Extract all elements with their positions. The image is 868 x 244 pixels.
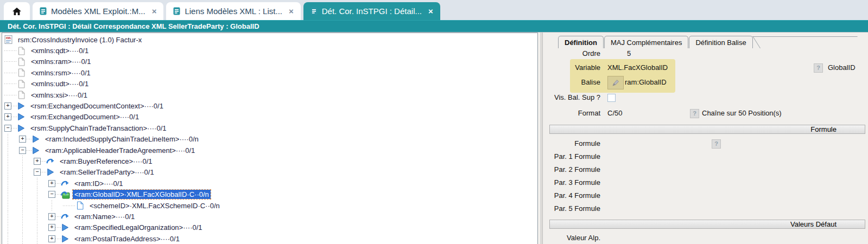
collapse-minus-icon[interactable]: − [19, 147, 26, 154]
tab-strip-edge [752, 36, 865, 48]
collapse-minus-icon[interactable]: − [34, 169, 41, 176]
formule-row-label: Par. 4 Formule [546, 191, 600, 200]
visbalsup-label: Vis. Bal. Sup ? [546, 93, 600, 102]
format-help-button[interactable]: ? [690, 109, 699, 118]
element-triangle-icon [17, 113, 27, 121]
tree-node-label[interactable]: <ram:BuyerReference>····0/1 [58, 157, 154, 166]
window-title-bar: Dét. Cor. InSTPGI : Détail Correspondanc… [0, 20, 868, 32]
tree-node: <xmlns:rsm>····0/1 [2, 67, 537, 78]
expand-plus-icon[interactable]: + [48, 235, 55, 242]
tree-connector [4, 45, 17, 56]
visbalsup-checkbox[interactable] [607, 94, 616, 102]
page-icon [17, 47, 27, 55]
panel-splitter[interactable] [538, 33, 546, 244]
tree-node-label[interactable]: <rsm:ExchangedDocument>····0/1 [29, 112, 141, 121]
page-icon [17, 57, 27, 66]
tree-node: <xmlns:xsi>····0/1 [2, 89, 537, 100]
variable-help-button[interactable]: ? [814, 63, 823, 73]
collapse-minus-icon[interactable]: − [4, 125, 11, 132]
curved-arrow-icon [46, 157, 56, 165]
tree-connector [4, 67, 17, 78]
tree-node-label[interactable]: rsm:CrossIndustryInvoice (1.0) Factur-x [16, 35, 143, 44]
home-tab[interactable] [4, 2, 30, 20]
tree-indent-guide [34, 200, 48, 211]
form-tab-strip: DéfinitionMAJ ComplémentairesDéfinition … [558, 35, 865, 48]
document-tab-1[interactable]: Modèles XML Exploit.:M...× [33, 2, 163, 20]
formule-row-label: Par. 1 Formule [546, 152, 600, 161]
expand-plus-icon[interactable]: + [48, 224, 55, 231]
expand-plus-icon[interactable]: + [4, 113, 11, 120]
collapse-minus-icon[interactable]: − [48, 191, 55, 198]
tree-node-label[interactable]: <ram:SpecifiedLegalOrganization>····0/1 [73, 223, 204, 232]
form-tab-maj-compl-mentaires[interactable]: MAJ Complémentaires [604, 36, 689, 48]
tree-node-label[interactable]: <ram:SellerTradeParty>····0/1 [58, 168, 156, 177]
expand-plus-icon[interactable]: + [48, 180, 55, 187]
tree-node-label[interactable]: <rsm:SupplyChainTradeTransaction>····0/1 [29, 124, 168, 133]
valeur-alp-label: Valeur Alp. [546, 234, 600, 242]
ordre-value: 5 [627, 49, 631, 58]
tree-node: +<rsm:ExchangedDocument>····0/1 [2, 112, 537, 123]
tree-indent-guide [4, 156, 19, 166]
xml-tree-panel: XMLrsm:CrossIndustryInvoice (1.0) Factur… [2, 33, 538, 244]
tree-connector [26, 145, 31, 156]
formule-help-button[interactable]: ? [712, 139, 721, 149]
tree-node-label[interactable]: <ram:ApplicableHeaderTradeAgreement>····… [43, 146, 197, 155]
section-header-formule: Formule [549, 125, 865, 134]
tree-node-label[interactable]: <xmlns:qdt>····0/1 [29, 46, 90, 55]
tree-indent-guide [34, 189, 48, 200]
tree-node-label[interactable]: <rsm:ExchangedDocumentContext>····0/1 [29, 101, 165, 111]
tree-node: −<ram:SellerTradeParty>····0/1 [2, 167, 537, 178]
browser-tab-bar: Modèles XML Exploit.:M...×Liens Modèles … [0, 0, 868, 20]
tree-indent-guide [4, 200, 19, 211]
format-value[interactable]: C/50 [607, 109, 622, 118]
tree-node: +<ram:ID>····0/1 [2, 178, 537, 189]
variable-value[interactable]: XML.FacXGlobalID [607, 63, 668, 72]
tree-indent-guide [34, 178, 48, 189]
tree-indent-guide [19, 222, 34, 233]
document-tab-2[interactable]: Liens Modèles XML : List...× [166, 2, 300, 20]
balise-value[interactable]: ram:GlobalID [625, 78, 667, 87]
tree-node-label[interactable]: <xmlns:rsm>····0/1 [29, 68, 92, 78]
balise-edit-button[interactable] [607, 76, 624, 89]
tree-node: <xmlns:ram>····0/1 [2, 56, 537, 67]
tab-label: Modèles XML Exploit.:M... [51, 7, 145, 16]
tree-indent-guide [19, 233, 34, 244]
tree-node-label[interactable]: <ram:PostalTradeAddress>····0/1 [73, 234, 181, 243]
tree-node-label-selected[interactable]: <ram:GlobalID>·XML.FacXGlobalID·C··0/n [73, 190, 211, 199]
document-tab-3[interactable]: Dét. Cor. InSTPGI : Détail...× [303, 2, 440, 20]
tree-node-label[interactable]: <ram:IncludedSupplyChainTradeLineItem>··… [43, 134, 200, 144]
tree-connector [11, 112, 17, 123]
tab-label: Dét. Cor. InSTPGI : Détail... [322, 7, 422, 16]
tree-node-label[interactable]: <xmlns:ram>····0/1 [29, 57, 93, 66]
element-triangle-icon [17, 124, 27, 132]
pen-icon [612, 79, 620, 87]
form-tab-d-finition[interactable]: Définition [558, 36, 604, 48]
close-icon[interactable]: × [289, 7, 294, 16]
element-triangle-icon [17, 102, 27, 111]
section-header-valeurs-defaut: Valeurs Défaut [549, 220, 865, 229]
expand-plus-icon[interactable]: + [48, 213, 55, 220]
close-icon[interactable]: × [152, 7, 157, 16]
tree-node: +<ram:IncludedSupplyChainTradeLineItem>·… [2, 134, 537, 145]
tree-node-label[interactable]: <ram:ID>····0/1 [73, 179, 125, 188]
close-icon[interactable]: × [428, 7, 433, 16]
document-icon [173, 7, 180, 15]
tree-node: +<ram:PostalTradeAddress>····0/1 [2, 233, 537, 244]
element-triangle-icon [31, 146, 41, 155]
tree-indent-guide [19, 189, 34, 200]
expand-plus-icon[interactable]: + [34, 158, 41, 165]
tree-connector [55, 178, 61, 189]
curved-arrow-icon [61, 212, 71, 221]
tree-indent-guide [34, 211, 48, 222]
tree-node-label[interactable]: <xmlns:xsi>····0/1 [29, 91, 89, 100]
tree-node-label[interactable]: <xmlns:udt>····0/1 [29, 79, 90, 88]
tree-node-label[interactable]: <schemeID>·XML.FacXSchemeID·C··0/n [88, 201, 221, 210]
tree-node-label[interactable]: <ram:Name>····0/1 [73, 212, 136, 221]
expand-plus-icon[interactable]: + [19, 136, 26, 143]
expand-plus-icon[interactable]: + [4, 102, 11, 110]
tree-connector [4, 89, 17, 100]
form-tab-d-finition-balise[interactable]: Définition Balise [689, 36, 752, 48]
tree-indent-guide [19, 156, 34, 166]
tree-indent-guide [19, 200, 34, 211]
page-icon [17, 91, 27, 99]
